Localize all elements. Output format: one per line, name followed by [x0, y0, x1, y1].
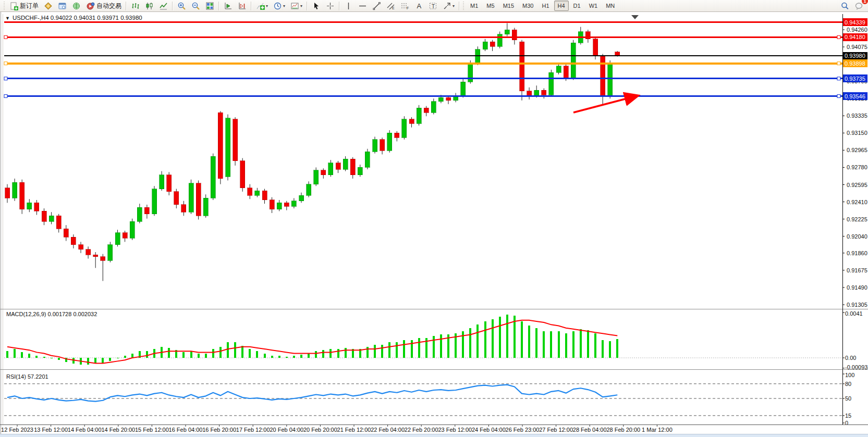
market-watch-button[interactable]: [42, 0, 55, 11]
templates-button[interactable]: ▾: [288, 0, 304, 11]
candle: [556, 66, 561, 73]
candle: [240, 161, 245, 188]
timeframe-mn-button[interactable]: MN: [602, 1, 618, 11]
rsi-axis-tick: 80: [845, 381, 851, 387]
autotrading-button[interactable]: 自动交易: [84, 0, 124, 11]
line-handle[interactable]: [837, 77, 840, 80]
arrows-button[interactable]: ▾: [441, 0, 457, 11]
line-handle[interactable]: [4, 62, 7, 65]
time-tick: 20 Feb 04:00: [270, 427, 303, 433]
auto-scroll-button[interactable]: [222, 0, 235, 11]
line-handle[interactable]: [837, 95, 840, 98]
text-button[interactable]: A: [412, 0, 425, 11]
hline-icon: [358, 2, 367, 10]
candle: [13, 182, 17, 198]
channel-icon: E: [386, 2, 395, 10]
new-order-button[interactable]: 新订单: [7, 0, 41, 11]
vertical-line-button[interactable]: [342, 0, 355, 11]
collapse-icon[interactable]: ▼: [5, 16, 10, 21]
macd-bar: [51, 358, 53, 358]
zoom-in-button[interactable]: [175, 0, 188, 11]
zoom-out-button[interactable]: [189, 0, 202, 11]
equidistant-channel-button[interactable]: E: [384, 0, 397, 11]
candle: [101, 257, 105, 260]
candle: [446, 97, 451, 100]
timeframe-m5-button[interactable]: M5: [483, 1, 498, 11]
macd-bar: [580, 329, 582, 358]
macd-bar: [337, 349, 339, 358]
candlestick-button[interactable]: [143, 0, 156, 11]
macd-bar: [109, 358, 111, 361]
timeframe-w1-button[interactable]: W1: [585, 1, 602, 11]
svg-text:0.94180: 0.94180: [845, 34, 865, 40]
candle: [226, 118, 230, 177]
macd-bar: [418, 338, 420, 358]
crosshair-button[interactable]: [324, 0, 337, 11]
line-handle[interactable]: [4, 95, 7, 98]
candle: [601, 56, 605, 97]
indicators-button[interactable]: ▾: [254, 0, 270, 11]
macd-bar: [550, 331, 552, 358]
periods-button[interactable]: ▾: [271, 0, 287, 11]
candle: [497, 34, 502, 46]
timeframe-h1-button[interactable]: H1: [538, 1, 553, 11]
data-window-button[interactable]: [56, 0, 69, 11]
navigator-button[interactable]: [70, 0, 83, 11]
macd-bar: [249, 349, 251, 358]
time-tick: 22 Feb 20:00: [405, 427, 438, 433]
template-icon: [290, 2, 299, 10]
macd-bar: [256, 351, 258, 358]
macd-bar: [514, 316, 516, 358]
notifications-button[interactable]: 1: [852, 0, 865, 11]
horizontal-line-button[interactable]: [356, 0, 369, 11]
timeframe-d1-button[interactable]: D1: [570, 1, 584, 11]
macd-bar: [28, 354, 30, 358]
chart-area[interactable]: ▼USDCHF-,H4 0.94022 0.94031 0.93971 0.93…: [0, 12, 868, 437]
toolbar-separator: [459, 2, 460, 10]
candle: [277, 203, 282, 209]
candle: [608, 63, 613, 96]
line-chart-button[interactable]: [157, 0, 170, 11]
line-handle[interactable]: [4, 77, 7, 80]
macd-label: MACD(12,26,9) 0.001728 0.002032: [6, 311, 97, 317]
candle: [56, 216, 61, 229]
autotrading-button-label: 自动交易: [96, 2, 121, 10]
cursor-button[interactable]: [310, 0, 323, 11]
search-button[interactable]: [838, 0, 851, 11]
line-handle[interactable]: [4, 35, 7, 39]
indicators-icon: [256, 2, 265, 10]
macd-bar: [94, 358, 96, 364]
price-tick: 0.93150: [847, 130, 867, 136]
cursor-icon: [312, 2, 321, 10]
toolbar-grip: [3, 2, 6, 10]
price-badge-0.93898: 0.93898: [843, 59, 867, 67]
rsi-axis-tick: 100: [845, 372, 854, 378]
candle: [512, 30, 517, 40]
timeframe-m15-button[interactable]: M15: [499, 1, 518, 11]
candle: [438, 97, 443, 101]
crosshair-icon: [326, 2, 335, 10]
toolbar-grip: [462, 2, 465, 10]
timeframe-h4-button[interactable]: H4: [554, 1, 569, 11]
time-tick: 27 Feb 12:00: [539, 427, 573, 433]
candle: [527, 91, 532, 96]
chart-title: ▼USDCHF-,H4 0.94022 0.94031 0.93971 0.93…: [5, 15, 142, 21]
line-handle[interactable]: [837, 35, 840, 39]
candle: [284, 203, 289, 206]
price-badge-0.94180: 0.94180: [843, 33, 867, 41]
tile-windows-button[interactable]: [203, 0, 216, 11]
bar-chart-button[interactable]: [129, 0, 142, 11]
price-tick: 0.91675: [847, 267, 867, 273]
time-tick: 16 Feb 04:00: [169, 427, 203, 433]
candle: [93, 255, 98, 257]
fibonacci-button[interactable]: F: [398, 0, 411, 11]
trendline-button[interactable]: [370, 0, 383, 11]
text-label-button[interactable]: T: [426, 0, 439, 11]
line-handle[interactable]: [837, 62, 840, 65]
chart-shift-button[interactable]: [236, 0, 249, 11]
candle: [490, 42, 495, 46]
arrows-icon: [443, 2, 451, 10]
macd-bar: [182, 352, 185, 358]
timeframe-m30-button[interactable]: M30: [519, 1, 537, 11]
timeframe-m1-button[interactable]: M1: [467, 1, 482, 11]
